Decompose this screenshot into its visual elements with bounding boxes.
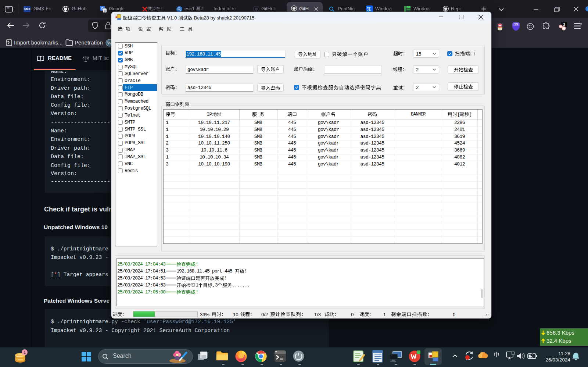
svg-text:g: g <box>104 9 105 13</box>
svg-text:3: 3 <box>563 22 565 26</box>
svg-text:1: 1 <box>24 350 26 354</box>
svg-text:13: 13 <box>514 22 518 26</box>
